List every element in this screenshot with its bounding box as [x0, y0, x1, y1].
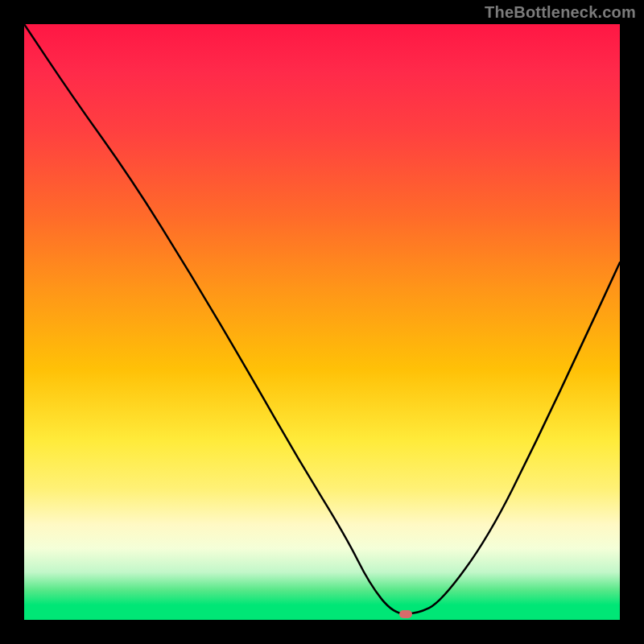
optimal-point-marker [399, 610, 412, 618]
bottleneck-curve [24, 24, 620, 620]
chart-frame: TheBottleneck.com [0, 0, 644, 644]
watermark-text: TheBottleneck.com [485, 3, 636, 22]
plot-area [24, 24, 620, 620]
